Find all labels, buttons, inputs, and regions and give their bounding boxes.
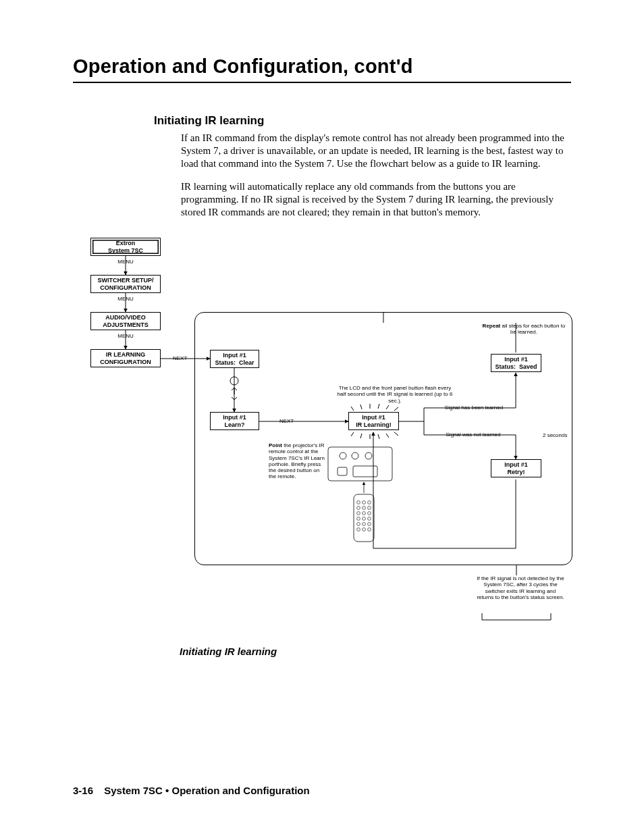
svg-line-16: [386, 405, 389, 409]
svg-line-13: [360, 405, 362, 409]
section-heading: Initiating IR learning: [154, 114, 571, 128]
svg-point-31: [357, 501, 360, 504]
box-extron: Extron System 7SC: [90, 238, 161, 256]
note-lcd: The LCD and the front panel button flash…: [337, 385, 453, 404]
paragraph-1: If an IR command from the display's remo…: [181, 132, 571, 171]
flowchart-figure: Extron System 7SC MENU SWITCHER SETUP/ C…: [78, 238, 571, 636]
svg-line-17: [394, 407, 398, 411]
page-number: 3-16: [73, 785, 93, 796]
svg-line-23: [394, 432, 398, 436]
svg-point-40: [357, 517, 360, 521]
svg-point-46: [357, 528, 360, 531]
svg-point-48: [368, 528, 371, 531]
svg-point-35: [363, 506, 366, 510]
footer-product: System 7SC: [104, 785, 163, 796]
label-menu-2: MENU: [112, 296, 139, 302]
svg-point-32: [363, 501, 366, 504]
svg-point-37: [357, 512, 360, 515]
svg-point-42: [368, 517, 371, 521]
svg-line-21: [378, 434, 379, 439]
box-av: AUDIO/VIDEO ADJUSTMENTS: [90, 312, 161, 330]
note-repeat: Repeat all steps for each button to be l…: [480, 323, 568, 335]
label-menu-1: MENU: [112, 259, 139, 265]
box-learn: Input #1 Learn?: [210, 412, 259, 430]
svg-point-26: [352, 452, 358, 459]
note-repeat-bold: Repeat: [483, 323, 501, 329]
svg-point-27: [365, 452, 372, 459]
label-next-2: NEXT: [279, 418, 294, 424]
label-next-1: NEXT: [173, 355, 187, 361]
flowchart: Extron System 7SC MENU SWITCHER SETUP/ C…: [78, 238, 578, 636]
note-sig-not-learned: Signal was not learned: [429, 432, 517, 438]
box-status-saved: Input #1 Status: Saved: [491, 354, 541, 372]
svg-rect-24: [328, 447, 392, 481]
divider: [73, 82, 571, 83]
page-footer: 3-16 System 7SC • Operation and Configur…: [73, 785, 310, 796]
note-point-rest: the projector's IR remote control at the…: [269, 442, 325, 479]
svg-line-12: [351, 407, 354, 411]
svg-point-25: [340, 452, 346, 459]
svg-point-44: [363, 523, 366, 526]
note-repeat-rest: all steps for each button to be learned.: [502, 323, 566, 335]
svg-line-15: [378, 404, 379, 409]
note-exit: If the IR signal is not detected by the …: [477, 575, 564, 600]
svg-rect-29: [338, 467, 347, 475]
svg-line-22: [386, 434, 389, 438]
box-ir-learning: Input #1 IR Learning!: [348, 412, 399, 430]
svg-point-38: [363, 512, 366, 515]
footer-bullet: •: [165, 785, 171, 796]
svg-point-39: [368, 512, 371, 515]
svg-point-33: [368, 501, 371, 504]
svg-rect-28: [353, 466, 377, 477]
box-retry: Input #1 Retry!: [491, 459, 541, 477]
label-menu-3: MENU: [112, 333, 139, 339]
svg-line-19: [360, 434, 362, 438]
box-switcher: SWITCHER SETUP/ CONFIGURATION: [90, 275, 161, 293]
svg-point-41: [363, 517, 366, 521]
svg-point-34: [357, 506, 360, 510]
svg-line-18: [351, 432, 354, 436]
note-point: Point the projector's IR remote control …: [269, 442, 327, 479]
box-irconf: IR LEARNING CONFIGURATION: [90, 349, 161, 367]
chapter-title: Operation and Configuration, cont'd: [73, 55, 571, 78]
figure-caption: Initiating IR learning: [180, 646, 571, 657]
svg-point-45: [368, 523, 371, 526]
box-status-clear: Input #1 Status: Clear: [210, 350, 259, 368]
svg-point-43: [357, 523, 360, 526]
footer-section: Operation and Configuration: [172, 785, 310, 796]
note-sig-learned: Signal has been learned: [433, 405, 514, 411]
svg-point-47: [363, 528, 366, 531]
svg-point-36: [368, 506, 371, 510]
note-two-seconds: 2 seconds: [543, 432, 567, 438]
note-point-bold: Point: [269, 442, 282, 448]
paragraph-2: IR learning will automatically replace a…: [181, 180, 571, 219]
